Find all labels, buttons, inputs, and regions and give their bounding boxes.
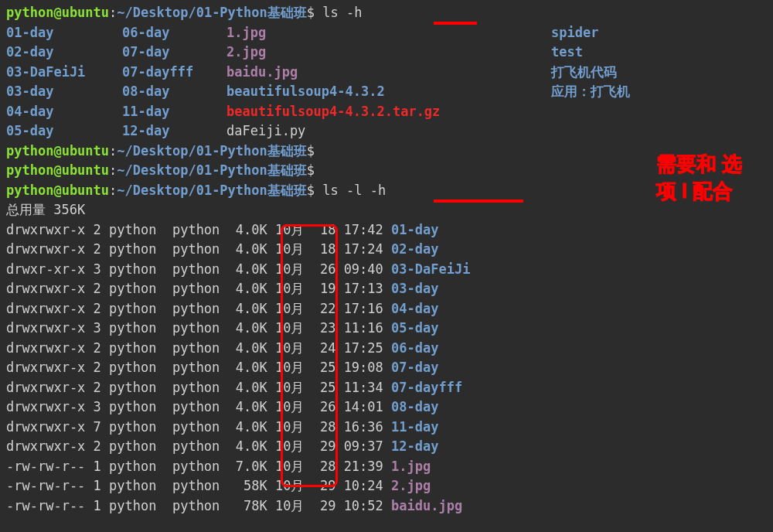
listing-row: drwxrwxr-x 3 python python 4.0K 10月 26 1… xyxy=(6,397,767,418)
prompt-user: python@ubuntu xyxy=(6,5,109,20)
ls-entry: 04-day xyxy=(6,102,122,122)
command-text: ls -l -h xyxy=(322,182,386,198)
listing-row: drwxrwxr-x 2 python python 4.0K 10月 19 1… xyxy=(6,279,767,299)
listing-filename: baidu.jpg xyxy=(391,498,462,513)
listing-meta: drwxrwxr-x 2 python python 4.0K 10月 18 1… xyxy=(6,222,391,237)
ls-entry: 01-day xyxy=(6,23,122,43)
listing-row: -rw-rw-r-- 1 python python 7.0K 10月 28 2… xyxy=(6,457,767,477)
listing-meta: drwxrwxr-x 2 python python 4.0K 10月 25 1… xyxy=(6,360,391,375)
listing-filename: 03-day xyxy=(391,281,438,296)
prompt-sep: : xyxy=(109,5,117,20)
prompt-sep: : xyxy=(109,182,117,198)
listing-row: -rw-rw-r-- 1 python python 78K 10月 29 10… xyxy=(6,496,767,517)
ls-entry: test xyxy=(551,43,706,63)
ls-entry: 2.jpg xyxy=(226,43,551,63)
ls-entry: 1.jpg xyxy=(226,23,551,43)
ls-entry: beautifulsoup4-4.3.2 xyxy=(226,82,551,102)
listing-filename: 11-day xyxy=(391,419,438,435)
prompt-sep: : xyxy=(109,162,117,178)
listing-row: drwxrwxr-x 2 python python 4.0K 10月 25 1… xyxy=(6,358,767,378)
listing-row: drwxrwxr-x 7 python python 4.0K 10月 28 1… xyxy=(6,418,767,438)
listing-filename: 08-day xyxy=(391,399,438,414)
listing-filename: 12-day xyxy=(391,438,438,454)
prompt-dollar: $ xyxy=(307,5,322,20)
prompt-dollar: $ xyxy=(307,143,322,159)
ls-entry: daFeiji.py xyxy=(226,121,551,142)
ls-column: 01-day02-day03-DaFeiJi03-day04-day05-day xyxy=(6,23,122,142)
ls-entry: 07-dayfff xyxy=(122,63,226,83)
listing-meta: drwxrwxr-x 2 python python 4.0K 10月 29 0… xyxy=(6,438,391,454)
prompt-user: python@ubuntu xyxy=(6,162,109,178)
listing-meta: drwxrwxr-x 2 python python 4.0K 10月 19 1… xyxy=(6,281,391,296)
annotation-line2: 项 l 配合 xyxy=(656,178,742,205)
prompt-line[interactable]: python@ubuntu:~/Desktop/01-Python基础班$ xyxy=(6,142,767,162)
listing-filename: 02-day xyxy=(391,241,438,257)
listing-row: drwxrwxr-x 2 python python 4.0K 10月 18 1… xyxy=(6,220,767,240)
prompt-user: python@ubuntu xyxy=(6,143,109,159)
listing-filename: 07-dayfff xyxy=(391,380,462,395)
ls-column: 06-day07-day07-dayfff08-day11-day12-day xyxy=(122,23,226,142)
listing-meta: drwxrwxr-x 2 python python 4.0K 10月 18 1… xyxy=(6,241,391,257)
annotation-line1: 需要和 选 xyxy=(656,151,742,178)
prompt-line[interactable]: python@ubuntu:~/Desktop/01-Python基础班$ xyxy=(6,161,767,181)
prompt-path: ~/Desktop/01-Python基础班 xyxy=(117,162,306,178)
listing-row: drwxrwxr-x 2 python python 4.0K 10月 25 1… xyxy=(6,378,767,398)
listing-row: -rw-rw-r-- 1 python python 58K 10月 29 10… xyxy=(6,476,767,496)
prompt-path: ~/Desktop/01-Python基础班 xyxy=(117,143,306,159)
listing-filename: 01-day xyxy=(391,222,438,237)
ls-entry: 08-day xyxy=(122,82,226,102)
ls-entry: 07-day xyxy=(122,43,226,63)
listing-meta: -rw-rw-r-- 1 python python 7.0K 10月 28 2… xyxy=(6,459,391,474)
ls-entry: 打飞机代码 xyxy=(551,63,706,83)
listing-row: drwxrwxr-x 2 python python 4.0K 10月 24 1… xyxy=(6,339,767,359)
ls-entry: 03-day xyxy=(6,82,122,102)
prompt-path: ~/Desktop/01-Python基础班 xyxy=(117,5,306,20)
listing-meta: drwxrwxr-x 7 python python 4.0K 10月 28 1… xyxy=(6,419,391,435)
listing-row: drwxrwxr-x 2 python python 4.0K 10月 18 1… xyxy=(6,240,767,260)
listing-row: drwxrwxr-x 2 python python 4.0K 10月 22 1… xyxy=(6,299,767,319)
listing-meta: drwxr-xr-x 3 python python 4.0K 10月 26 0… xyxy=(6,261,391,277)
listing-row: drwxrwxr-x 2 python python 4.0K 10月 29 0… xyxy=(6,437,767,457)
ls-output-grid: 01-day02-day03-DaFeiJi03-day04-day05-day… xyxy=(6,23,767,142)
ls-entry: 11-day xyxy=(122,102,226,122)
ls-entry: 应用：打飞机 xyxy=(551,82,706,102)
listing-meta: drwxrwxr-x 3 python python 4.0K 10月 23 1… xyxy=(6,320,391,336)
annotation-callout: 需要和 选 项 l 配合 xyxy=(656,151,742,205)
ls-entry: beautifulsoup4-4.3.2.tar.gz xyxy=(226,102,551,122)
listing-meta: drwxrwxr-x 2 python python 4.0K 10月 25 1… xyxy=(6,380,391,395)
listing-filename: 07-day xyxy=(391,360,438,375)
ls-entry: spider xyxy=(551,23,706,43)
ls-entry: 06-day xyxy=(122,23,226,43)
listing-filename: 1.jpg xyxy=(391,459,431,474)
ls-entry: 03-DaFeiJi xyxy=(6,63,122,83)
prompt-dollar: $ xyxy=(307,182,322,198)
listing-meta: drwxrwxr-x 2 python python 4.0K 10月 22 1… xyxy=(6,301,391,316)
prompt-user: python@ubuntu xyxy=(6,182,109,198)
ls-column: 1.jpg2.jpgbaidu.jpgbeautifulsoup4-4.3.2b… xyxy=(226,23,551,142)
prompt-sep: : xyxy=(109,143,117,159)
ls-entry: 12-day xyxy=(122,121,226,142)
ls-column: spidertest打飞机代码应用：打飞机 xyxy=(551,23,706,142)
command-text: ls -h xyxy=(322,5,362,20)
prompt-line[interactable]: python@ubuntu:~/Desktop/01-Python基础班$ ls… xyxy=(6,3,767,23)
ls-entry: 02-day xyxy=(6,43,122,63)
listing-meta: -rw-rw-r-- 1 python python 78K 10月 29 10… xyxy=(6,498,391,513)
total-line: 总用量 356K xyxy=(6,200,767,220)
ls-entry: baidu.jpg xyxy=(226,63,551,83)
prompt-dollar: $ xyxy=(307,162,322,178)
ls-entry xyxy=(551,102,706,122)
listing-filename: 03-DaFeiJi xyxy=(391,261,470,277)
prompt-path: ~/Desktop/01-Python基础班 xyxy=(117,182,306,198)
listing-meta: -rw-rw-r-- 1 python python 58K 10月 29 10… xyxy=(6,478,391,493)
listing-row: drwxrwxr-x 3 python python 4.0K 10月 23 1… xyxy=(6,319,767,339)
ls-entry xyxy=(551,121,706,142)
listing-filename: 05-day xyxy=(391,320,438,336)
listing-filename: 06-day xyxy=(391,340,438,356)
ls-entry: 05-day xyxy=(6,121,122,142)
listing-meta: drwxrwxr-x 3 python python 4.0K 10月 26 1… xyxy=(6,399,391,414)
listing-row: drwxr-xr-x 3 python python 4.0K 10月 26 0… xyxy=(6,260,767,280)
listing-filename: 04-day xyxy=(391,301,438,316)
listing-filename: 2.jpg xyxy=(391,478,431,493)
prompt-line[interactable]: python@ubuntu:~/Desktop/01-Python基础班$ ls… xyxy=(6,181,767,201)
listing-meta: drwxrwxr-x 2 python python 4.0K 10月 24 1… xyxy=(6,340,391,356)
